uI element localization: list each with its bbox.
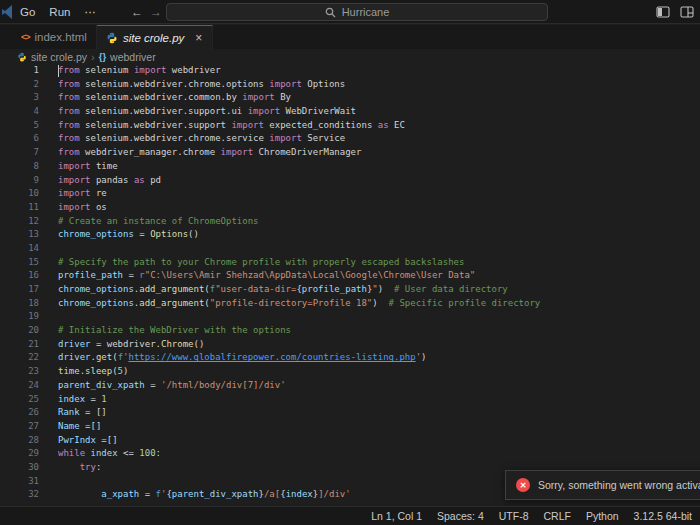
tab-bar: <> index.html site crole.py ×	[0, 25, 700, 49]
code-line[interactable]: 23time.sleep(5)	[0, 365, 700, 379]
code-line[interactable]: 16profile_path = r"C:\Users\Amir Shehzad…	[0, 269, 700, 283]
code-line[interactable]: 25index = 1	[0, 393, 700, 407]
status-encoding[interactable]: UTF-8	[499, 510, 529, 522]
notification-text: Sorry, something went wrong activating I…	[538, 479, 700, 491]
code-line[interactable]: 7from webdriver_manager.chrome import Ch…	[0, 146, 700, 160]
code-line[interactable]: 13chrome_options = Options()	[0, 228, 700, 242]
code-text: from selenium.webdriver.support.ui impor…	[58, 105, 356, 119]
code-text: # Specify the path to your Chrome profil…	[58, 256, 464, 270]
code-line[interactable]: 29while index <= 100:	[0, 447, 700, 461]
chevron-right-icon: ›	[91, 51, 95, 63]
status-indentation[interactable]: Spaces: 4	[437, 510, 484, 522]
code-text: import time	[58, 160, 118, 174]
code-line[interactable]: 27Name =[]	[0, 420, 700, 434]
code-text: chrome_options.add_argument("profile-dir…	[58, 297, 540, 311]
code-line[interactable]: 14	[0, 242, 700, 256]
code-text: from webdriver_manager.chrome import Chr…	[58, 146, 361, 160]
code-text: from selenium.webdriver.chrome.options i…	[58, 78, 345, 92]
code-line[interactable]: 4from selenium.webdriver.support.ui impo…	[0, 105, 700, 119]
line-number: 12	[0, 215, 39, 229]
line-number: 10	[0, 187, 39, 201]
nav-forward-icon[interactable]: →	[150, 0, 162, 24]
code-line[interactable]: 11import os	[0, 201, 700, 215]
code-text: from selenium.webdriver.common.by import…	[58, 91, 291, 105]
line-number: 8	[0, 160, 39, 174]
line-number: 17	[0, 283, 39, 297]
code-line[interactable]: 24parent_div_xpath = '/html/body/div[7]/…	[0, 379, 700, 393]
tab-label: index.html	[35, 31, 87, 43]
breadcrumb: site crole.py › {} webdriver	[0, 49, 700, 64]
close-tab-icon[interactable]: ×	[194, 32, 203, 44]
line-number: 22	[0, 351, 39, 365]
status-eol[interactable]: CRLF	[543, 510, 570, 522]
line-number: 24	[0, 379, 39, 393]
line-number: 1	[0, 64, 39, 78]
tab-site-crole-py[interactable]: site crole.py ×	[97, 25, 213, 49]
code-text: import os	[58, 201, 107, 215]
line-number: 15	[0, 256, 39, 270]
menu-overflow[interactable]: ⋯	[77, 3, 103, 21]
code-text: profile_path = r"C:\Users\Amir Shehzad\A…	[58, 269, 475, 283]
line-number: 20	[0, 324, 39, 338]
code-line[interactable]: 22driver.get(f'https://www.globalfirepow…	[0, 351, 700, 365]
code-line[interactable]: 19	[0, 310, 700, 324]
code-line[interactable]: 20# Initialize the WebDriver with the op…	[0, 324, 700, 338]
code-line[interactable]: 21driver = webdriver.Chrome()	[0, 338, 700, 352]
line-number: 2	[0, 78, 39, 92]
tab-index-html[interactable]: <> index.html	[12, 25, 97, 49]
status-python-interpreter[interactable]: 3.12.5 64-bit	[634, 510, 692, 522]
code-text: index = 1	[58, 393, 107, 407]
code-text: a_xpath = f'{parent_div_xpath}/a[{index}…	[58, 488, 351, 502]
line-number: 21	[0, 338, 39, 352]
line-number: 4	[0, 105, 39, 119]
command-center-search[interactable]: Hurricane	[166, 3, 548, 21]
line-number: 13	[0, 228, 39, 242]
status-language-mode[interactable]: Python	[586, 510, 619, 522]
toggle-sidebar-icon[interactable]	[656, 5, 670, 19]
status-bar: Ln 1, Col 1 Spaces: 4 UTF-8 CRLF Python …	[0, 506, 700, 525]
code-line[interactable]: 1from selenium import webdriver	[0, 64, 700, 78]
line-number: 3	[0, 91, 39, 105]
code-line[interactable]: 2from selenium.webdriver.chrome.options …	[0, 78, 700, 92]
code-line[interactable]: 6from selenium.webdriver.chrome.service …	[0, 132, 700, 146]
notification-toast[interactable]: ✕ Sorry, something went wrong activating…	[505, 470, 700, 500]
code-line[interactable]: 12# Create an instance of ChromeOptions	[0, 215, 700, 229]
code-line[interactable]: 28PwrIndx =[]	[0, 434, 700, 448]
line-number: 31	[0, 475, 39, 489]
search-text: Hurricane	[342, 6, 390, 18]
code-line[interactable]: 8import time	[0, 160, 700, 174]
line-number: 26	[0, 406, 39, 420]
menu-bar: Go Run ⋯	[13, 0, 103, 24]
code-text: from selenium.webdriver.chrome.service i…	[58, 132, 345, 146]
breadcrumb-symbol[interactable]: webdriver	[110, 51, 156, 63]
code-line[interactable]: 18chrome_options.add_argument("profile-d…	[0, 297, 700, 311]
titlebar-actions	[656, 0, 694, 24]
line-number: 23	[0, 365, 39, 379]
line-number: 11	[0, 201, 39, 215]
menu-go[interactable]: Go	[13, 4, 42, 20]
code-text: Rank = []	[58, 406, 107, 420]
code-line[interactable]: 15# Specify the path to your Chrome prof…	[0, 256, 700, 270]
status-cursor-position[interactable]: Ln 1, Col 1	[371, 510, 422, 522]
vscode-logo-icon	[2, 5, 13, 19]
editor[interactable]: 1from selenium import webdriver2from sel…	[0, 64, 700, 506]
code-text: chrome_options.add_argument(f"user-data-…	[58, 283, 508, 297]
line-number: 32	[0, 488, 39, 502]
menu-run[interactable]: Run	[42, 4, 77, 20]
code-text: import re	[58, 187, 107, 201]
nav-back-icon[interactable]: ←	[131, 0, 143, 24]
code-text: driver = webdriver.Chrome()	[58, 338, 204, 352]
line-number: 30	[0, 461, 39, 475]
code-text: PwrIndx =[]	[58, 434, 118, 448]
code-line[interactable]: 3from selenium.webdriver.common.by impor…	[0, 91, 700, 105]
code-line[interactable]: 5from selenium.webdriver.support import …	[0, 119, 700, 133]
breadcrumb-file[interactable]: site crole.py	[31, 51, 87, 63]
code-text: # Initialize the WebDriver with the opti…	[58, 324, 291, 338]
code-line[interactable]: 17chrome_options.add_argument(f"user-dat…	[0, 283, 700, 297]
customize-layout-icon[interactable]	[680, 5, 694, 19]
code-line[interactable]: 9import pandas as pd	[0, 174, 700, 188]
error-icon: ✕	[516, 478, 530, 492]
code-line[interactable]: 26Rank = []	[0, 406, 700, 420]
code-line[interactable]: 10import re	[0, 187, 700, 201]
title-bar: Go Run ⋯ ← → Hurricane	[0, 0, 700, 24]
